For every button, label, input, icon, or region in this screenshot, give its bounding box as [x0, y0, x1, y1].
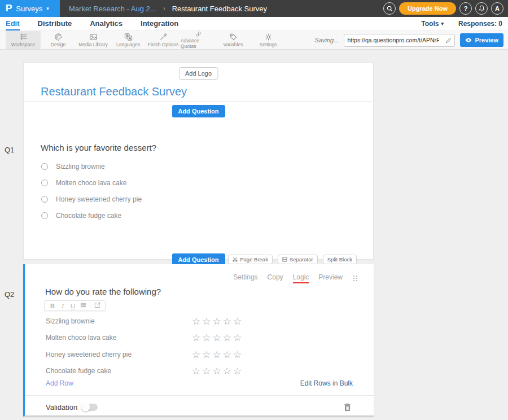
question-logic-link[interactable]: Logic: [293, 273, 309, 283]
star-icon[interactable]: ☆: [213, 316, 221, 326]
preview-button[interactable]: Preview: [460, 33, 503, 47]
star-icon[interactable]: ☆: [192, 333, 200, 343]
page-break-icon: [233, 257, 238, 262]
page-break-button[interactable]: Page Break: [228, 255, 273, 264]
star-icon[interactable]: ☆: [192, 316, 200, 326]
star-icon[interactable]: ☆: [233, 316, 242, 326]
toolbar-item-workspace[interactable]: Workspace: [6, 31, 41, 49]
image-icon: [80, 302, 86, 308]
radio-icon[interactable]: [41, 163, 48, 170]
open-editor-button[interactable]: [92, 302, 102, 309]
toolbar-item-design[interactable]: Design: [41, 31, 76, 49]
block-bottom-actions: Add Question Page Break Separator Split …: [24, 253, 373, 265]
product-label: Surveys: [16, 5, 42, 13]
star-icon[interactable]: ☆: [213, 333, 221, 343]
chain-links-icon: [194, 31, 203, 37]
star-icon[interactable]: ☆: [223, 333, 231, 343]
toolbar-item-advance-quotas[interactable]: Advance Quotas: [181, 31, 216, 49]
star-icon[interactable]: ☆: [233, 349, 242, 359]
tab-integration[interactable]: Integration: [141, 17, 178, 30]
surveys-product-menu[interactable]: P Surveys ▾: [0, 0, 60, 17]
split-block-button[interactable]: Split Block: [323, 255, 357, 264]
add-logo-button[interactable]: Add Logo: [179, 67, 218, 80]
star-icon[interactable]: ☆: [192, 349, 200, 359]
star-icon[interactable]: ☆: [192, 366, 200, 376]
bold-button[interactable]: B: [47, 303, 58, 309]
breadcrumb-folder[interactable]: Market Research - Aug 2...: [69, 5, 156, 13]
answer-option[interactable]: Honey sweetened cherry pie: [41, 196, 142, 203]
help-button[interactable]: ?: [459, 2, 472, 15]
validation-toggle[interactable]: [82, 404, 98, 411]
question-settings-link[interactable]: Settings: [233, 273, 257, 283]
radio-icon[interactable]: [41, 196, 48, 203]
survey-block-2-selected: Settings Copy Logic Preview How do you r…: [23, 264, 374, 417]
star-icon[interactable]: ☆: [202, 349, 211, 359]
survey-url-input[interactable]: [344, 37, 442, 43]
insert-image-button[interactable]: [78, 302, 88, 309]
answer-option[interactable]: Sizzling brownie: [41, 163, 142, 170]
radio-icon[interactable]: [41, 180, 48, 186]
star-icon[interactable]: ☆: [223, 316, 231, 326]
question-preview-link[interactable]: Preview: [318, 273, 343, 283]
toolbar-divider: [90, 303, 90, 309]
answer-option[interactable]: Chocolate fudge cake: [41, 212, 142, 219]
question-1-label: Q1: [5, 146, 14, 154]
survey-editor-app: P Surveys ▾ Market Research - Aug 2... ›…: [0, 0, 508, 420]
edit-url-button[interactable]: [442, 34, 454, 46]
notifications-button[interactable]: [475, 2, 488, 15]
breadcrumb: Market Research - Aug 2... › Restaurant …: [69, 5, 267, 13]
star-icon[interactable]: ☆: [202, 316, 211, 326]
separator-button[interactable]: Separator: [278, 255, 318, 264]
account-avatar[interactable]: A: [491, 2, 503, 15]
star-icon[interactable]: ☆: [202, 366, 211, 376]
questionpro-logo: P: [6, 3, 12, 14]
toolbar-item-settings[interactable]: Settings: [251, 31, 286, 49]
search-icon: [387, 6, 393, 12]
workspace-icon: [19, 33, 28, 41]
star-icon[interactable]: ☆: [233, 333, 242, 343]
top-bar: P Surveys ▾ Market Research - Aug 2... ›…: [0, 0, 508, 17]
toolbar-item-finish-options[interactable]: Finish Options: [146, 31, 181, 49]
trash-icon: [344, 403, 351, 412]
star-icon[interactable]: ☆: [213, 366, 221, 376]
delete-question-button[interactable]: [344, 403, 351, 412]
tab-distribute[interactable]: Distribute: [38, 17, 72, 30]
edit-rows-in-bulk-link[interactable]: Edit Rows in Bulk: [300, 379, 353, 387]
question-1-text[interactable]: Which is your favorite dessert?: [41, 143, 156, 152]
bell-icon: [479, 5, 485, 12]
header-divider: [24, 101, 373, 102]
question-mark-icon: ?: [464, 5, 468, 12]
italic-button[interactable]: I: [58, 303, 68, 309]
star-rating: ☆☆☆☆☆: [192, 316, 242, 326]
toolbar-item-variables[interactable]: Variables: [216, 31, 251, 49]
responses-count[interactable]: Responses: 0: [458, 20, 502, 28]
search-button[interactable]: [383, 2, 396, 15]
star-icon[interactable]: ☆: [223, 366, 231, 376]
add-question-button-top[interactable]: Add Question: [172, 105, 225, 117]
tools-menu[interactable]: Tools▾: [421, 20, 444, 28]
rating-row: Chocolate fudge cake ☆☆☆☆☆: [46, 363, 360, 380]
question-2-text[interactable]: How do you rate the following?: [45, 287, 161, 296]
rating-row: Honey sweetened cherry pie ☆☆☆☆☆: [46, 346, 360, 363]
survey-title[interactable]: Restaurant Feedback Survey: [41, 85, 187, 98]
text-format-toolbar: B I U: [44, 300, 106, 311]
toolbar-item-media-library[interactable]: Media Library: [76, 31, 111, 49]
separator-icon: [282, 257, 287, 262]
answer-option[interactable]: Molten choco lava cake: [41, 180, 142, 186]
tab-edit[interactable]: Edit: [6, 17, 20, 30]
survey-url-box: [344, 34, 455, 47]
star-icon[interactable]: ☆: [213, 349, 221, 359]
question-copy-link[interactable]: Copy: [268, 273, 283, 283]
star-rating: ☆☆☆☆☆: [192, 333, 242, 343]
more-options-icon[interactable]: [353, 275, 358, 282]
radio-icon[interactable]: [41, 212, 48, 219]
upgrade-now-button[interactable]: Upgrade Now: [399, 2, 456, 15]
toolbar-item-languages[interactable]: Languages: [111, 31, 146, 49]
underline-button[interactable]: U: [68, 303, 78, 309]
add-row-link[interactable]: Add Row: [46, 379, 73, 387]
tab-analytics[interactable]: Analytics: [90, 17, 122, 30]
star-icon[interactable]: ☆: [233, 366, 242, 376]
star-icon[interactable]: ☆: [223, 349, 231, 359]
star-icon[interactable]: ☆: [202, 333, 211, 343]
star-rating: ☆☆☆☆☆: [192, 349, 242, 359]
